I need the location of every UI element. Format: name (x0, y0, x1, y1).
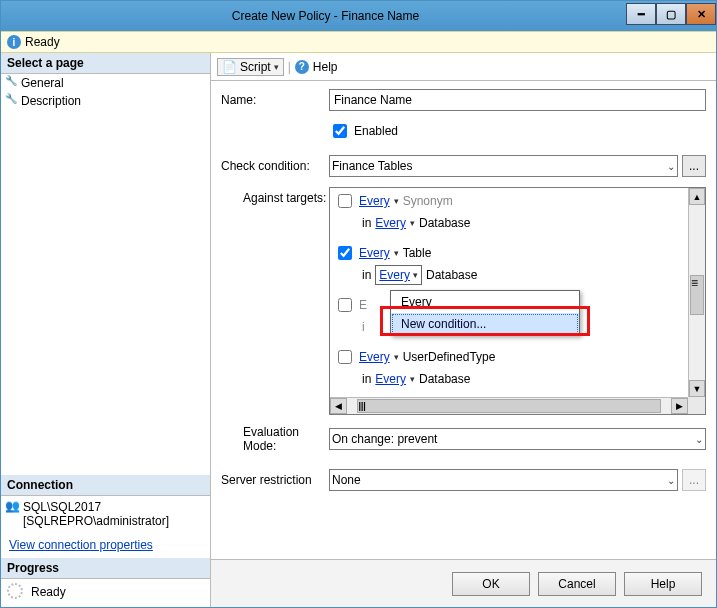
target-database-text: Database (426, 268, 477, 282)
select-page-header: Select a page (1, 53, 210, 74)
target-every-combo[interactable]: Every ▾ (375, 265, 422, 285)
server-restriction-value: None (332, 473, 361, 487)
chevron-down-icon: ▾ (413, 270, 418, 280)
ok-button[interactable]: OK (452, 572, 530, 596)
scroll-right-icon[interactable]: ▶ (671, 398, 688, 414)
target-database-text: Database (419, 372, 470, 386)
progress-row: Ready (1, 579, 210, 607)
check-condition-select[interactable]: Finance Tables ⌄ (329, 155, 678, 177)
evaluation-mode-value: On change: prevent (332, 432, 437, 446)
in-text: in (362, 268, 371, 282)
hscroll-thumb[interactable]: Ⅲ (357, 399, 661, 413)
against-targets-label: Against targets: (221, 187, 329, 205)
server-restriction-label: Server restriction (221, 473, 329, 487)
server-restriction-browse-button: ... (682, 469, 706, 491)
chevron-down-icon: ▾ (410, 218, 415, 228)
server-restriction-select[interactable]: None ⌄ (329, 469, 678, 491)
script-label: Script (240, 60, 271, 74)
ready-bar: i Ready (1, 31, 716, 53)
dropdown-opt-new-condition[interactable]: New condition... (391, 313, 579, 335)
scroll-down-icon[interactable]: ▼ (689, 380, 705, 397)
connection-header: Connection (1, 475, 210, 496)
target-every-link[interactable]: Every (359, 246, 390, 260)
target-synonym-checkbox[interactable] (338, 194, 352, 208)
target-every-link[interactable]: Every (375, 372, 406, 386)
help-icon: ? (295, 60, 309, 74)
evaluation-mode-label: Evaluation Mode: (221, 425, 329, 453)
targets-hscroll[interactable]: ◀ Ⅲ ▶ (330, 397, 688, 414)
target-table-text: Table (403, 246, 432, 260)
cancel-button[interactable]: Cancel (538, 572, 616, 596)
title-bar: Create New Policy - Finance Name ━ ▢ ✕ (1, 1, 716, 31)
help-label[interactable]: Help (313, 60, 338, 74)
chevron-down-icon: ▾ (394, 248, 399, 258)
minimize-button[interactable]: ━ (626, 3, 656, 25)
chevron-down-icon: ⌄ (695, 434, 703, 445)
in-text: in (362, 216, 371, 230)
maximize-button[interactable]: ▢ (656, 3, 686, 25)
chevron-down-icon: ⌄ (667, 161, 675, 172)
target-table-checkbox[interactable] (338, 246, 352, 260)
chevron-down-icon: ▾ (274, 62, 279, 72)
progress-text: Ready (31, 585, 66, 599)
spinner-icon (7, 583, 23, 599)
info-icon: i (7, 35, 21, 49)
scroll-up-icon[interactable]: ▲ (689, 188, 705, 205)
dialog-footer: OK Cancel Help (211, 559, 716, 607)
window-title: Create New Policy - Finance Name (25, 9, 626, 23)
connection-server: SQL\SQL2017 (23, 500, 204, 514)
name-input[interactable] (329, 89, 706, 111)
vscroll-thumb[interactable]: ≡ (690, 275, 704, 315)
connection-user: [SQLREPRO\administrator] (23, 514, 204, 528)
target-synonym-text: Synonym (403, 194, 453, 208)
dropdown-opt-every[interactable]: Every (391, 291, 579, 313)
ready-text: Ready (25, 35, 60, 49)
target-udt-checkbox[interactable] (338, 350, 352, 364)
evaluation-mode-select[interactable]: On change: prevent ⌄ (329, 428, 706, 450)
progress-header: Progress (1, 558, 210, 579)
view-connection-link[interactable]: View connection properties (1, 532, 210, 558)
in-text: in (362, 372, 371, 386)
targets-box: Every ▾ Synonym in Every ▾ Database (329, 187, 706, 415)
check-condition-value: Finance Tables (332, 159, 413, 173)
sidebar-item-description[interactable]: Description (1, 92, 210, 110)
target-hidden-checkbox[interactable] (338, 298, 352, 312)
chevron-down-icon: ▾ (410, 374, 415, 384)
enabled-label: Enabled (354, 124, 398, 138)
chevron-down-icon: ▾ (394, 352, 399, 362)
check-condition-label: Check condition: (221, 159, 329, 173)
scroll-left-icon[interactable]: ◀ (330, 398, 347, 414)
check-condition-browse-button[interactable]: ... (682, 155, 706, 177)
connection-info: SQL\SQL2017 [SQLREPRO\administrator] (1, 496, 210, 532)
sidebar: Select a page General Description Connec… (1, 53, 211, 607)
close-button[interactable]: ✕ (686, 3, 716, 25)
target-every-link[interactable]: Every (359, 350, 390, 364)
targets-vscroll[interactable]: ▲ ≡ ▼ (688, 188, 705, 397)
script-button[interactable]: 📄 Script ▾ (217, 58, 284, 76)
target-every-link[interactable]: Every (359, 194, 390, 208)
target-udt-text: UserDefinedType (403, 350, 496, 364)
target-database-text: Database (419, 216, 470, 230)
script-icon: 📄 (222, 60, 237, 74)
name-label: Name: (221, 93, 329, 107)
chevron-down-icon: ▾ (394, 196, 399, 206)
sidebar-item-general[interactable]: General (1, 74, 210, 92)
chevron-down-icon: ⌄ (667, 475, 675, 486)
target-every-link[interactable]: Every (375, 216, 406, 230)
enabled-checkbox[interactable] (333, 124, 347, 138)
help-button[interactable]: Help (624, 572, 702, 596)
every-dropdown[interactable]: Every New condition... (390, 290, 580, 336)
toolbar: 📄 Script ▾ | ? Help (211, 53, 716, 81)
